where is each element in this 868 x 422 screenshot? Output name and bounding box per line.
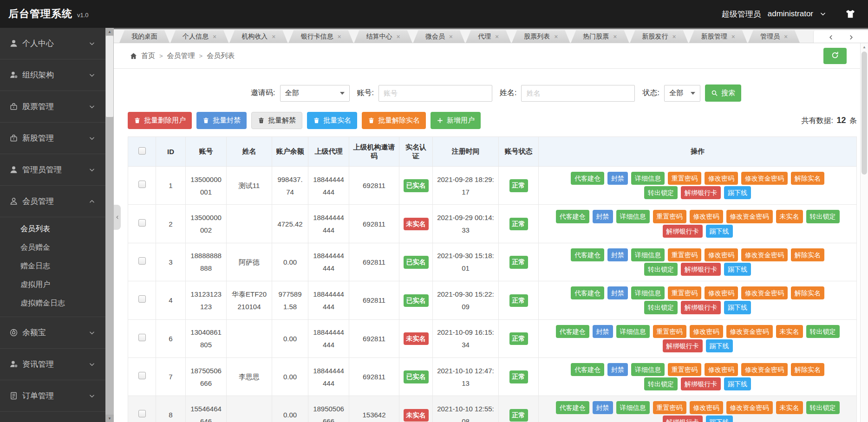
sidebar-scrollbar-thumb[interactable] bbox=[106, 36, 113, 117]
sidebar-item-yuebao[interactable]: 余额宝 bbox=[0, 317, 105, 349]
tab-close-icon[interactable]: × bbox=[731, 33, 735, 40]
add-user-button[interactable]: 新增用户 bbox=[431, 112, 481, 129]
op-button[interactable]: 代客建仓 bbox=[556, 401, 589, 414]
op-button[interactable]: 修改密码 bbox=[690, 401, 723, 414]
op-button[interactable]: 转出锁定 bbox=[806, 210, 840, 223]
op-button[interactable]: 解绑银行卡 bbox=[663, 339, 703, 352]
account-input[interactable] bbox=[379, 85, 492, 102]
status-select[interactable]: 全部 bbox=[664, 85, 700, 102]
op-button[interactable]: 详细信息 bbox=[616, 210, 650, 223]
tab[interactable]: 结算中心× bbox=[354, 30, 412, 43]
scroll-up-icon[interactable]: ▲ bbox=[861, 43, 868, 51]
batch-delete-users-button[interactable]: 批量删除用户 bbox=[128, 112, 192, 129]
op-button[interactable]: 修改资金密码 bbox=[741, 286, 788, 299]
op-button[interactable]: 重置密码 bbox=[653, 325, 686, 338]
tab[interactable]: 银行卡信息× bbox=[288, 30, 353, 43]
op-button[interactable]: 封禁 bbox=[593, 325, 613, 338]
op-button[interactable]: 解绑银行卡 bbox=[663, 416, 703, 422]
sidebar-item-stock-management[interactable]: 股票管理 bbox=[0, 91, 105, 123]
op-button[interactable]: 修改密码 bbox=[705, 286, 738, 299]
op-button[interactable]: 踢下线 bbox=[724, 301, 751, 314]
op-button[interactable]: 修改密码 bbox=[690, 325, 723, 338]
sidebar-subitem-bonus-log[interactable]: 赠金日志 bbox=[0, 257, 105, 275]
op-button[interactable]: 封禁 bbox=[593, 210, 613, 223]
sidebar-item-news-management[interactable]: 资讯管理 bbox=[0, 349, 105, 380]
op-button[interactable]: 详细信息 bbox=[631, 363, 665, 376]
tab[interactable]: 微会员× bbox=[413, 30, 465, 43]
op-button[interactable]: 封禁 bbox=[607, 363, 628, 376]
op-button[interactable]: 详细信息 bbox=[616, 325, 650, 338]
op-button[interactable]: 修改资金密码 bbox=[726, 210, 773, 223]
tab[interactable]: 机构收入× bbox=[229, 30, 287, 43]
tab-close-icon[interactable]: × bbox=[337, 33, 341, 40]
chevron-down-icon[interactable] bbox=[820, 11, 826, 17]
tab[interactable]: 新股发行× bbox=[630, 30, 688, 43]
op-button[interactable]: 重置密码 bbox=[668, 363, 701, 376]
op-button[interactable]: 封禁 bbox=[607, 286, 628, 299]
op-button[interactable]: 未实名 bbox=[776, 401, 803, 414]
home-icon[interactable] bbox=[130, 52, 137, 60]
row-checkbox[interactable] bbox=[138, 410, 146, 417]
name-input[interactable] bbox=[521, 85, 635, 102]
op-button[interactable]: 重置密码 bbox=[668, 286, 701, 299]
tab[interactable]: 新股管理× bbox=[689, 30, 747, 43]
op-button[interactable]: 修改资金密码 bbox=[726, 325, 773, 338]
select-all-checkbox[interactable] bbox=[138, 147, 146, 155]
batch-unban-button[interactable]: 批量解禁 bbox=[251, 112, 302, 129]
tab-close-icon[interactable]: × bbox=[213, 33, 216, 40]
op-button[interactable]: 解除实名 bbox=[791, 286, 824, 299]
tab[interactable]: 热门股票× bbox=[571, 30, 629, 43]
sidebar-item-member-management[interactable]: 会员管理 bbox=[0, 186, 105, 217]
tab-close-icon[interactable]: × bbox=[613, 33, 617, 40]
tab[interactable]: 股票列表× bbox=[512, 30, 570, 43]
sidebar-subitem-virtual-bonus-log[interactable]: 虚拟赠金日志 bbox=[0, 294, 105, 312]
sidebar-subitem-member-bonus[interactable]: 会员赠金 bbox=[0, 238, 105, 257]
op-button[interactable]: 未实名 bbox=[776, 325, 803, 338]
row-checkbox[interactable] bbox=[138, 334, 146, 341]
page-scrollbar[interactable]: ▲ bbox=[860, 43, 868, 422]
sidebar-collapse-handle[interactable] bbox=[114, 205, 121, 230]
row-checkbox[interactable] bbox=[138, 372, 146, 379]
tab[interactable]: 我的桌面 bbox=[119, 30, 170, 43]
op-button[interactable]: 修改资金密码 bbox=[741, 248, 788, 261]
op-button[interactable]: 代客建仓 bbox=[571, 363, 604, 376]
op-button[interactable]: 封禁 bbox=[593, 401, 613, 414]
op-button[interactable]: 踢下线 bbox=[706, 416, 733, 422]
breadcrumb-item-home[interactable]: 首页 bbox=[141, 52, 155, 60]
batch-verify-button[interactable]: 批量实名 bbox=[307, 112, 357, 129]
op-button[interactable]: 代客建仓 bbox=[571, 172, 604, 185]
op-button[interactable]: 重置密码 bbox=[653, 401, 686, 414]
op-button[interactable]: 踢下线 bbox=[724, 263, 751, 276]
tab[interactable]: 代理× bbox=[466, 30, 511, 43]
row-checkbox[interactable] bbox=[138, 295, 146, 303]
tab-close-icon[interactable]: × bbox=[672, 33, 676, 40]
shirt-icon[interactable] bbox=[845, 9, 856, 19]
sidebar-item-admin-management[interactable]: 管理员管理 bbox=[0, 154, 105, 186]
sidebar-item-order-management[interactable]: 订单管理 bbox=[0, 380, 105, 412]
row-checkbox[interactable] bbox=[138, 257, 146, 265]
tab-close-icon[interactable]: × bbox=[272, 33, 275, 40]
op-button[interactable]: 重置密码 bbox=[668, 248, 701, 261]
sidebar-subitem-virtual-users[interactable]: 虚拟用户 bbox=[0, 275, 105, 294]
op-button[interactable]: 详细信息 bbox=[631, 172, 665, 185]
op-button[interactable]: 未实名 bbox=[776, 210, 803, 223]
op-button[interactable]: 踢下线 bbox=[706, 339, 733, 352]
op-button[interactable]: 解除实名 bbox=[791, 363, 824, 376]
scroll-up-icon[interactable]: ▲ bbox=[105, 28, 114, 35]
op-button[interactable]: 解绑银行卡 bbox=[681, 263, 721, 276]
tab[interactable]: 个人信息× bbox=[170, 30, 228, 43]
tab-close-icon[interactable]: × bbox=[397, 33, 400, 40]
sidebar-item-organization[interactable]: 组织架构 bbox=[0, 59, 105, 91]
op-button[interactable]: 解绑银行卡 bbox=[681, 186, 721, 199]
op-button[interactable]: 修改密码 bbox=[705, 172, 738, 185]
op-button[interactable]: 转出锁定 bbox=[806, 401, 840, 414]
page-scrollbar-thumb[interactable] bbox=[861, 52, 867, 175]
op-button[interactable]: 修改密码 bbox=[690, 210, 723, 223]
op-button[interactable]: 修改资金密码 bbox=[726, 401, 773, 414]
batch-ban-button[interactable]: 批量封禁 bbox=[196, 112, 247, 129]
op-button[interactable]: 修改密码 bbox=[705, 248, 738, 261]
op-button[interactable]: 踢下线 bbox=[724, 186, 751, 199]
op-button[interactable]: 踢下线 bbox=[724, 377, 751, 390]
op-button[interactable]: 转出锁定 bbox=[644, 301, 678, 314]
op-button[interactable]: 修改密码 bbox=[705, 363, 738, 376]
